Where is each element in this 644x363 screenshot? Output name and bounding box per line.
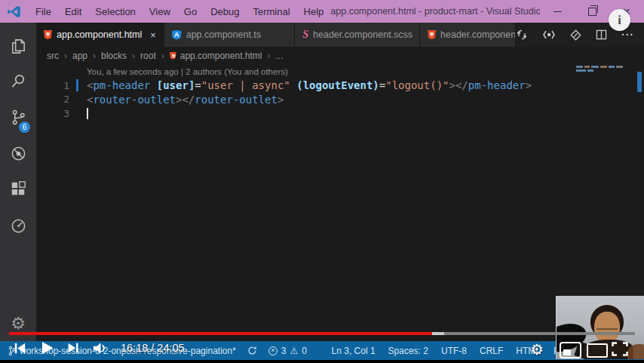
text-cursor — [87, 108, 88, 119]
breadcrumb-blocks[interactable]: blocks — [101, 51, 127, 61]
menu-bar: File Edit Selection View Go Debug Termin… — [29, 6, 330, 17]
warning-icon: ⚠ — [290, 346, 299, 355]
html-file-icon — [428, 30, 436, 39]
activity-bar: 6 ⚙ — [0, 23, 36, 341]
video-frame: File Edit Selection View Go Debug Termin… — [0, 0, 644, 363]
source-control-badge: 6 — [19, 122, 30, 133]
html-file-icon — [44, 30, 52, 39]
menu-debug[interactable]: Debug — [204, 6, 246, 17]
breadcrumb: src › app › blocks › root › app.componen… — [36, 47, 644, 64]
angular-file-icon: A — [172, 30, 182, 40]
error-count: 3 — [281, 346, 287, 356]
tab-bar: app.component.html × A app.component.ts … — [36, 23, 644, 47]
previous-button[interactable] — [12, 340, 28, 356]
breadcrumb-file[interactable]: app.component.html — [170, 51, 262, 61]
code-line[interactable]: 1<pm-header [user]="user | async" (logou… — [36, 78, 644, 93]
tab-label: header.componen — [440, 29, 516, 40]
gitlens-blame-annotation: You, a few seconds ago | 2 authors (You … — [87, 67, 288, 76]
open-preview-icon[interactable] — [542, 29, 556, 40]
tab-app-component-html[interactable]: app.component.html × — [36, 23, 164, 47]
miniplayer-icon[interactable] — [560, 342, 581, 358]
html-file-icon — [170, 52, 176, 60]
sync-icon — [247, 346, 257, 355]
code-lines: 1<pm-header [user]="user | async" (logou… — [36, 78, 644, 121]
tab-label: app.component.html — [57, 29, 142, 40]
titlebar: File Edit Selection View Go Debug Termin… — [0, 0, 644, 23]
encoding[interactable]: UTF-8 — [441, 346, 467, 356]
window-title: app.component.html - product-mart - Visu… — [330, 6, 540, 17]
fullscreen-icon[interactable] — [612, 342, 628, 356]
debug-icon[interactable] — [0, 142, 36, 165]
progress-played — [9, 332, 432, 335]
next-button[interactable] — [66, 340, 81, 355]
presenter-glasses — [596, 325, 618, 330]
tab-header-component-scss[interactable]: S header.component.scss — [295, 23, 420, 47]
vscode-logo-icon — [7, 5, 21, 19]
code-line[interactable]: 3 — [36, 106, 644, 121]
player-settings-icon[interactable]: ⚙ — [530, 340, 544, 358]
presenter-shoulder — [627, 344, 644, 359]
editor-pane[interactable]: You, a few seconds ago | 2 authors (You … — [36, 64, 644, 341]
indentation[interactable]: Spaces: 2 — [388, 346, 428, 356]
menu-file[interactable]: File — [29, 6, 58, 17]
split-editor-icon[interactable] — [596, 29, 607, 40]
menu-edit[interactable]: Edit — [58, 6, 88, 17]
breadcrumb-app[interactable]: app — [72, 51, 87, 61]
clock-extension-icon[interactable] — [0, 214, 36, 237]
extensions-icon[interactable] — [0, 177, 36, 200]
restore-icon — [588, 8, 596, 16]
scrollbar-decoration[interactable] — [637, 72, 642, 92]
theater-mode-icon[interactable] — [587, 343, 608, 358]
source-control-icon[interactable]: 6 — [0, 106, 36, 128]
tab-app-component-ts[interactable]: A app.component.ts — [164, 23, 296, 47]
explorer-icon[interactable] — [0, 35, 36, 57]
sass-file-icon: S — [302, 29, 308, 41]
tab-label: app.component.ts — [186, 29, 261, 40]
menu-selection[interactable]: Selection — [88, 6, 142, 17]
play-button[interactable] — [38, 340, 55, 356]
time-display: 16:18 / 24:05 — [121, 342, 185, 354]
menu-go[interactable]: Go — [177, 6, 204, 17]
chevron-icon: › — [93, 51, 96, 61]
eol-sequence[interactable]: CRLF — [480, 346, 503, 356]
minimize-button[interactable] — [540, 0, 575, 23]
minimap[interactable] — [576, 65, 626, 74]
warning-count: 0 — [302, 346, 307, 356]
menu-view[interactable]: View — [143, 6, 177, 17]
chevron-icon: › — [64, 51, 67, 61]
search-icon[interactable] — [0, 69, 36, 92]
tab-label: header.component.scss — [313, 29, 412, 40]
menu-terminal[interactable]: Terminal — [246, 6, 296, 17]
restore-button[interactable] — [575, 0, 609, 23]
letterbox-bar — [0, 360, 644, 363]
chevron-icon: › — [132, 51, 135, 61]
minimize-icon — [554, 11, 562, 12]
menu-help[interactable]: Help — [297, 6, 331, 17]
chevron-icon: › — [161, 51, 164, 61]
breadcrumb-overflow[interactable]: ... — [275, 51, 283, 61]
tab-close-icon[interactable]: × — [150, 29, 156, 41]
tab-header-component-html[interactable]: header.componen — [420, 23, 516, 47]
more-actions-icon[interactable]: ··· — [621, 29, 634, 41]
sync-status-item[interactable] — [247, 346, 257, 355]
chevron-icon: › — [267, 51, 270, 61]
breadcrumb-root[interactable]: root — [140, 51, 156, 61]
info-icon[interactable]: i — [609, 9, 630, 31]
volume-button[interactable] — [91, 340, 109, 356]
video-progress-bar[interactable] — [9, 332, 635, 335]
modified-gutter-indicator — [76, 79, 78, 91]
format-icon[interactable] — [570, 29, 581, 41]
problems-item[interactable]: × 3 ⚠ 0 — [268, 346, 307, 356]
player-controls-left: 16:18 / 24:05 — [12, 340, 185, 356]
error-icon: × — [268, 346, 278, 355]
cursor-position[interactable]: Ln 3, Col 1 — [332, 346, 376, 356]
code-line[interactable]: 2<router-outlet></router-outlet> — [36, 93, 644, 107]
breadcrumb-src[interactable]: src — [47, 51, 59, 61]
sync-changes-icon[interactable] — [516, 29, 528, 41]
